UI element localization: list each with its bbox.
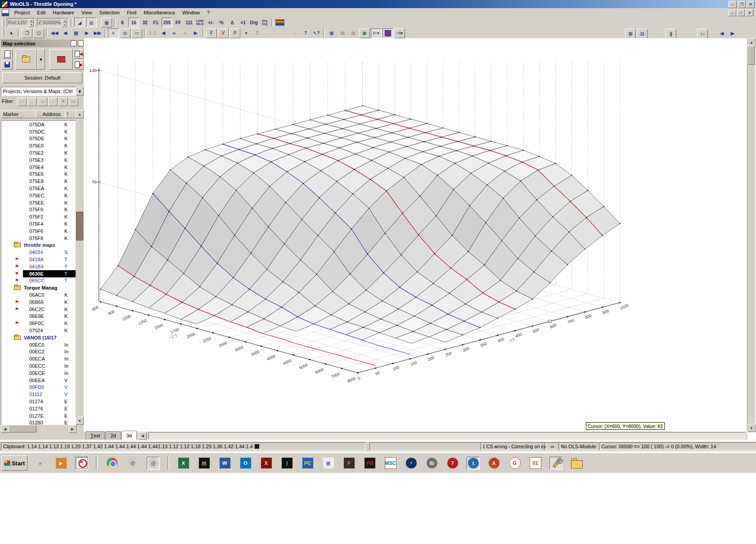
view-2d3d-toggle[interactable]: ▤ [86, 18, 97, 27]
toolbar-grip[interactable] [2, 18, 4, 27]
session-button[interactable]: Session: Default [2, 72, 82, 83]
close-button[interactable]: ✕ [747, 1, 755, 8]
menu-miscellaneous[interactable]: Miscellaneous [140, 9, 179, 16]
map-list-row[interactable]: ⚑0630ET [1, 270, 76, 277]
axis-list-2-button[interactable]: ⊣▾ [394, 28, 405, 38]
format-button-8[interactable]: 8 [117, 18, 127, 27]
menu-view[interactable]: View [78, 9, 96, 16]
chart-vscroll-thumb[interactable] [747, 46, 755, 65]
letter-button-f[interactable]: F [206, 28, 217, 38]
map-list-row[interactable]: ⚑041B4T [1, 263, 76, 270]
tab-2d[interactable]: 2d [105, 431, 121, 440]
internet-explorer-icon[interactable]: e [34, 457, 47, 470]
map-list-row[interactable]: 075F2K [1, 213, 76, 220]
format-button-1[interactable]: ×1 [238, 18, 248, 27]
format-button-16[interactable]: 16 [128, 18, 139, 27]
export-page-button[interactable]: ▶ [74, 60, 84, 70]
winols-speed-sign-icon[interactable] [75, 457, 88, 470]
map-list-row[interactable]: 075F8K [1, 235, 76, 242]
filter-button-3[interactable]: i [48, 98, 58, 106]
map-list-row[interactable]: 075ECK [1, 192, 76, 199]
import-page-button[interactable]: ◀ [74, 49, 84, 59]
format-button-lohihilo[interactable]: LOHIHILO [195, 18, 205, 27]
filter-button-1[interactable]: ‥ [27, 98, 37, 106]
title-bar[interactable]: WinOLS - Throttle Opening * — ❐ ✕ [0, 0, 756, 8]
word-icon[interactable]: W [218, 457, 231, 470]
map-list-row[interactable]: 075DCK [1, 128, 76, 135]
if-tool-icon[interactable]: F [342, 457, 356, 470]
map-3d-view[interactable]: 6008001000125015001750200022502500300035… [84, 38, 747, 432]
start-button[interactable]: Start [1, 455, 27, 471]
letter-button-v[interactable]: V [218, 28, 229, 38]
map-list-row[interactable]: 075E0K [1, 142, 76, 149]
tab-text[interactable]: Text [86, 431, 105, 440]
map-list-row[interactable]: 075E8K [1, 178, 76, 185]
selection-box-button[interactable] [382, 28, 393, 38]
format-button-32[interactable]: 32 [140, 18, 150, 27]
format-button-org[interactable]: Org [249, 18, 259, 27]
filter-button-4[interactable]: ⚑ [58, 98, 68, 106]
adguard-icon[interactable]: A [487, 457, 500, 470]
format-button-orgorg[interactable]: OrgOrg [260, 18, 270, 27]
excel-icon[interactable]: X [177, 457, 190, 470]
map-list-row[interactable]: 00EC2In [1, 348, 76, 356]
filter-button-2[interactable]: A [38, 98, 47, 106]
map-list-folder[interactable]: throttle maps [1, 242, 76, 249]
menu--[interactable]: ? [203, 9, 213, 16]
history-back-button[interactable]: ◀ [717, 29, 727, 38]
format-button-255[interactable]: 255 [162, 18, 172, 27]
map-list-row[interactable]: 01112V [1, 391, 76, 398]
binocular-gray-icon[interactable]: ∞ [180, 29, 190, 38]
mdi-minimize-button[interactable]: — [729, 9, 736, 16]
map-list-row[interactable]: 075F6K [1, 227, 76, 235]
preview-button[interactable]: ▭ [131, 28, 142, 38]
chip-fb-icon[interactable]: FB [363, 457, 376, 470]
map-list-row[interactable]: 075DEK [1, 135, 76, 143]
vscroll-thumb[interactable] [76, 212, 83, 241]
tab-3d[interactable]: 3d [122, 431, 137, 440]
zoom-spin-buttons[interactable]: ▲▼ [62, 19, 67, 26]
format-button-111[interactable]: 111 [184, 18, 194, 27]
panel-close-icon[interactable] [78, 40, 84, 46]
chart-hscrollbar[interactable] [148, 432, 745, 439]
media-player-icon[interactable]: ▶ [54, 457, 68, 470]
map-list-row[interactable]: 07024K [1, 327, 76, 334]
menu-hardware[interactable]: Hardware [49, 9, 78, 16]
scroll-right-button[interactable]: ▶ [68, 425, 76, 433]
rotation-spin-buttons[interactable]: ▲▼ [29, 19, 34, 26]
map-list-folder[interactable]: VANOS (16/17 [1, 334, 76, 341]
signature-icon[interactable]: ʃ [280, 457, 293, 470]
g-target-icon[interactable]: G [508, 457, 521, 470]
binocular-icon[interactable]: ∞ [169, 29, 179, 38]
map-list-row[interactable]: 075DAK [1, 121, 76, 128]
map-list-row[interactable]: 04024S [1, 249, 76, 256]
letter-button-p[interactable]: P [230, 28, 240, 38]
map-list-hscrollbar[interactable]: ◀ ▶ [1, 425, 76, 432]
mdi-restore-button[interactable]: □ [737, 9, 745, 16]
top-hat-icon[interactable]: ♦ [6, 29, 16, 38]
axis-list-button[interactable]: ⊢▾ [371, 28, 382, 38]
map-list-row[interactable]: 00ECCIn [1, 362, 76, 370]
next-map-button[interactable]: ▶ [191, 29, 201, 38]
map-list-row[interactable]: ⚑06B66K [1, 299, 76, 306]
map-list-row[interactable]: 075E3K [1, 156, 76, 164]
nav-last-button[interactable]: ▶▶ [93, 29, 103, 38]
map-list-row[interactable]: 06AC0K [1, 291, 76, 299]
import-green-button[interactable]: ▣ [359, 28, 370, 38]
mdi-document-icon[interactable] [2, 9, 9, 16]
calculator-icon[interactable]: ▦ [322, 457, 335, 470]
color-scale-button[interactable] [275, 18, 285, 27]
msc-cubes-icon[interactable]: MSC [384, 457, 397, 470]
menu-project[interactable]: Project [11, 9, 33, 16]
chart-scroll-up[interactable]: ▲ [747, 38, 756, 46]
map-list-row[interactable]: ⚑06C2CK [1, 306, 76, 313]
folder-icon[interactable] [570, 457, 583, 470]
tb-icon[interactable]: tb [425, 457, 438, 470]
map-list-row[interactable]: 00EEAV [1, 377, 76, 384]
scroll-down-button[interactable]: ▼ [76, 417, 84, 425]
rotation-spinner[interactable]: Rot:135° ▲▼ [7, 18, 35, 27]
pc-tool-icon[interactable]: PC [301, 457, 314, 470]
toolbar-grip-2[interactable] [2, 29, 4, 37]
open-project-button[interactable] [15, 49, 37, 70]
zoom-spinner[interactable]: Z:50000% ▲▼ [37, 18, 68, 27]
